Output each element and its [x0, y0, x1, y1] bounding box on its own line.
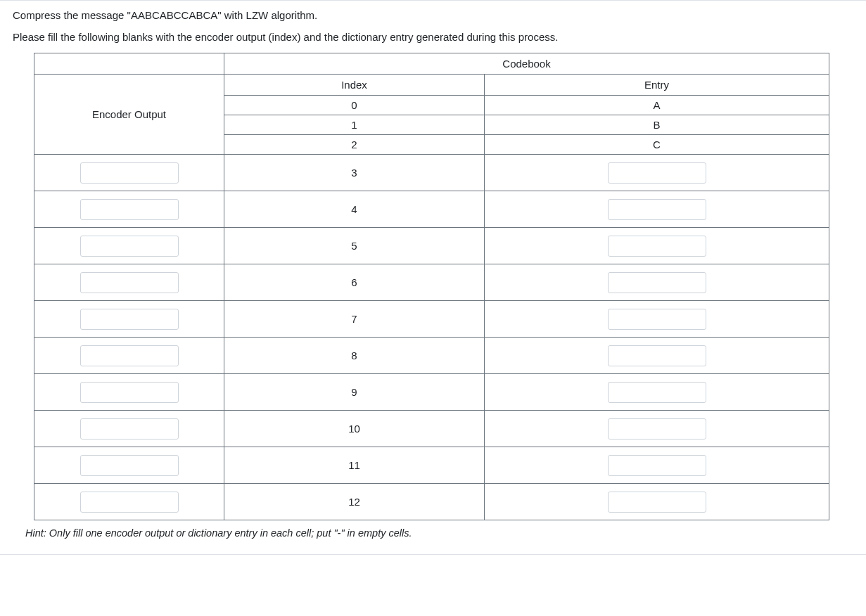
entry-input[interactable] [608, 418, 706, 439]
entry-cell [485, 301, 829, 338]
encoder-output-cell [34, 374, 224, 411]
table-input-row: 11 [34, 447, 829, 484]
index-header: Index [224, 75, 485, 96]
encoder-output-cell [34, 338, 224, 374]
entry-cell [485, 374, 829, 411]
encoder-output-cell [34, 301, 224, 338]
encoder-output-input[interactable] [80, 455, 179, 476]
encoder-output-cell [34, 264, 224, 301]
hint-text: Hint: Only fill one encoder output or di… [25, 527, 853, 539]
entry-input[interactable] [608, 492, 706, 513]
encoder-output-input[interactable] [80, 382, 179, 403]
entry-input[interactable] [608, 309, 706, 330]
encoder-output-input[interactable] [80, 236, 179, 257]
question-line-1: Compress the message "AABCABCCABCA" with… [13, 9, 853, 21]
lzw-table: Codebook Encoder Output Index Entry 0 A … [34, 53, 829, 520]
entry-cell [485, 228, 829, 264]
encoder-output-input[interactable] [80, 199, 179, 220]
entry-input[interactable] [608, 272, 706, 293]
encoder-output-cell [34, 484, 224, 520]
encoder-output-input[interactable] [80, 345, 179, 366]
index-cell: 3 [224, 155, 485, 191]
entry-cell [485, 411, 829, 447]
index-cell: 9 [224, 374, 485, 411]
encoder-output-input[interactable] [80, 492, 179, 513]
entry-input[interactable] [608, 345, 706, 366]
entry-cell: A [485, 96, 829, 115]
entry-cell: B [485, 115, 829, 135]
table-subheader-row: Encoder Output Index Entry [34, 75, 829, 96]
entry-input[interactable] [608, 382, 706, 403]
blank-header-cell [34, 53, 224, 75]
index-cell: 10 [224, 411, 485, 447]
entry-input[interactable] [608, 236, 706, 257]
table-input-row: 12 [34, 484, 829, 520]
encoder-output-cell [34, 155, 224, 191]
table-input-row: 3 [34, 155, 829, 191]
index-cell: 11 [224, 447, 485, 484]
entry-input[interactable] [608, 162, 706, 184]
question-text: Compress the message "AABCABCCABCA" with… [13, 9, 853, 43]
encoder-output-cell [34, 228, 224, 264]
encoder-output-cell [34, 191, 224, 228]
index-cell: 4 [224, 191, 485, 228]
table-input-row: 7 [34, 301, 829, 338]
entry-header: Entry [485, 75, 829, 96]
entry-cell [485, 484, 829, 520]
index-cell: 2 [224, 135, 485, 155]
index-cell: 1 [224, 115, 485, 135]
index-cell: 0 [224, 96, 485, 115]
encoder-output-input[interactable] [80, 162, 179, 184]
index-cell: 6 [224, 264, 485, 301]
table-input-row: 9 [34, 374, 829, 411]
entry-cell [485, 155, 829, 191]
table-input-row: 8 [34, 338, 829, 374]
entry-input[interactable] [608, 455, 706, 476]
index-cell: 12 [224, 484, 485, 520]
entry-cell [485, 191, 829, 228]
encoder-output-header: Encoder Output [34, 75, 224, 155]
encoder-output-input[interactable] [80, 418, 179, 439]
entry-cell: C [485, 135, 829, 155]
entry-input[interactable] [608, 199, 706, 220]
table-input-row: 10 [34, 411, 829, 447]
table-input-row: 4 [34, 191, 829, 228]
table-input-row: 5 [34, 228, 829, 264]
question-line-2: Please fill the following blanks with th… [13, 31, 853, 43]
entry-cell [485, 338, 829, 374]
entry-cell [485, 447, 829, 484]
question-container: Compress the message "AABCABCCABCA" with… [0, 0, 866, 555]
question-content: Compress the message "AABCABCCABCA" with… [0, 1, 866, 554]
index-cell: 8 [224, 338, 485, 374]
table-header-row: Codebook [34, 53, 829, 75]
encoder-output-cell [34, 411, 224, 447]
encoder-output-input[interactable] [80, 272, 179, 293]
table-input-row: 6 [34, 264, 829, 301]
entry-cell [485, 264, 829, 301]
encoder-output-cell [34, 447, 224, 484]
index-cell: 7 [224, 301, 485, 338]
index-cell: 5 [224, 228, 485, 264]
codebook-header: Codebook [224, 53, 829, 75]
encoder-output-input[interactable] [80, 309, 179, 330]
